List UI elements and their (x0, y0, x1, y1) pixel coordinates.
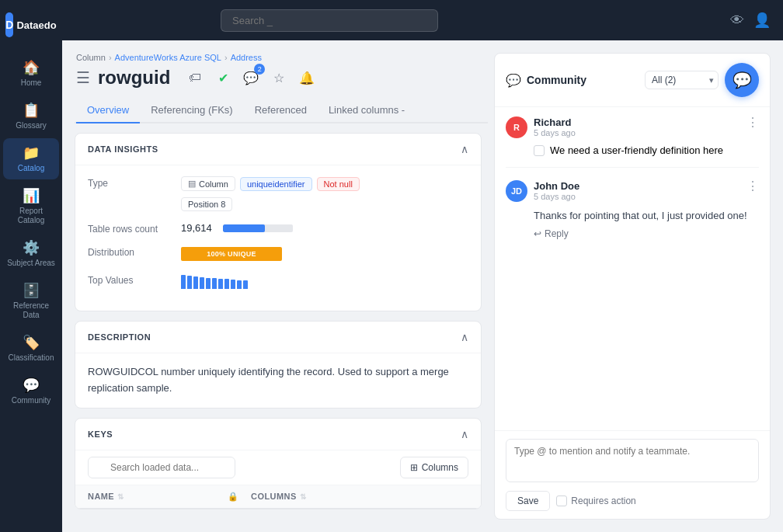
main-area: 👁 👤 Column › AdventureWorks Azure SQL › … (62, 0, 783, 532)
sidebar-item-subject-areas[interactable]: ⚙️ Subject Areas (3, 233, 59, 274)
description-title: DESCRIPTION (88, 332, 151, 342)
tag-button[interactable]: 🏷 (184, 67, 206, 89)
rows-progress-bar (223, 224, 293, 232)
sidebar-item-community[interactable]: 💬 Community (3, 370, 59, 412)
distribution-value: 100% UNIQUE (181, 245, 282, 263)
keys-search-input[interactable] (88, 457, 235, 478)
comment-2-more-btn[interactable]: ⋮ (746, 180, 759, 193)
community-fab-button[interactable]: 💬 (725, 63, 759, 97)
collapse-keys-btn[interactable]: ∧ (461, 428, 468, 440)
keys-title: KEYS (88, 429, 113, 439)
fab-chat-icon: 💬 (733, 71, 752, 89)
app-logo[interactable]: D Dataedo (8, 6, 54, 50)
comment-1-checkbox-row: We need a user-friendly definition here (506, 144, 759, 156)
tv-bar-7 (218, 279, 223, 289)
tag-not-null: Not null (317, 177, 360, 191)
comment-1-checkbox-text: We need a user-friendly definition here (550, 144, 723, 156)
column-tag-icon: ▤ (188, 179, 196, 189)
topbar: 👁 👤 (62, 0, 783, 40)
community-title: 💬 Community (506, 73, 586, 88)
community-filter-select[interactable]: All (2) Unresolved Resolved (645, 71, 719, 89)
logo-icon: D (5, 12, 13, 37)
keys-toolbar: 🔍 ⊞ Columns (75, 450, 481, 485)
sidebar-item-catalog[interactable]: 📁 Catalog (3, 138, 59, 179)
save-comment-button[interactable]: Save (506, 491, 550, 511)
comment-item-2: JD John Doe 5 days ago ⋮ Thanks for poin… (506, 180, 759, 250)
collapse-description-btn[interactable]: ∧ (461, 331, 468, 343)
comment-1-author: Richard (534, 116, 740, 128)
top-values-row: Top Values (88, 273, 468, 289)
subject-areas-icon: ⚙️ (23, 239, 40, 256)
distribution-bar: 100% UNIQUE (181, 247, 282, 261)
data-insights-title: DATA INSIGHTS (88, 144, 158, 154)
sidebar-item-reference-data[interactable]: 🗄️ Reference Data (3, 276, 59, 326)
description-body: ROWGUIDCOL number uniquely identifying t… (75, 353, 481, 408)
position-value: Position 8 (181, 197, 232, 211)
comment-textarea[interactable] (506, 439, 759, 482)
sidebar-item-catalog-label: Catalog (18, 164, 44, 173)
sidebar-item-report-catalog[interactable]: 📊 Report Catalog (3, 181, 59, 231)
logo-text: Dataedo (16, 19, 56, 31)
tv-bar-5 (206, 278, 211, 289)
comment-1-avatar: R (506, 116, 527, 138)
rows-count-label: Table rows count (88, 222, 181, 235)
sidebar-item-glossary-label: Glossary (16, 121, 46, 130)
user-icon[interactable]: 👤 (753, 12, 771, 29)
tab-referenced[interactable]: Referenced (244, 98, 318, 123)
distribution-bar-label: 100% UNIQUE (207, 250, 256, 258)
comment-1-checkbox[interactable] (534, 145, 545, 156)
tab-overview[interactable]: Overview (76, 98, 140, 123)
comment-2-time: 5 days ago (534, 192, 740, 201)
tv-bar-8 (224, 279, 229, 289)
comment-2-author: John Doe (534, 180, 740, 192)
sidebar-item-glossary[interactable]: 📋 Glossary (3, 96, 59, 137)
top-values-chart (181, 273, 248, 289)
tabs: Overview Referencing (FKs) Referenced Li… (75, 98, 488, 123)
community-chat-icon: 💬 (506, 73, 521, 88)
home-icon: 🏠 (23, 59, 40, 76)
th-name: NAME ⇅ (88, 492, 228, 502)
position-row: Position 8 (181, 197, 468, 211)
collapse-data-insights-btn[interactable]: ∧ (461, 143, 468, 155)
comments-list: R Richard 5 days ago ⋮ We need a user-fr… (495, 107, 770, 430)
classification-icon: 🏷️ (23, 334, 40, 351)
search-input[interactable] (221, 9, 438, 32)
tv-bar-9 (231, 280, 235, 289)
comment-1-more-btn[interactable]: ⋮ (746, 116, 759, 129)
eye-icon[interactable]: 👁 (730, 12, 744, 29)
catalog-icon: 📁 (23, 144, 40, 162)
requires-action-checkbox[interactable] (556, 495, 567, 506)
reply-button[interactable]: ↩ Reply (506, 228, 569, 239)
sort-name-icon[interactable]: ⇅ (117, 492, 124, 501)
breadcrumb-table[interactable]: Address (231, 53, 262, 62)
topbar-right: 👁 👤 (730, 12, 771, 29)
tv-bar-4 (200, 277, 204, 289)
rows-count-number: 19,614 (181, 222, 212, 234)
sidebar-item-classification[interactable]: 🏷️ Classification (3, 328, 59, 369)
comment-1-meta: Richard 5 days ago (534, 116, 740, 137)
columns-button[interactable]: ⊞ Columns (400, 457, 468, 478)
bell-button[interactable]: 🔔 (296, 67, 318, 89)
requires-action: Requires action (556, 495, 635, 506)
keys-table-header: NAME ⇅ 🔒 COLUMNS ⇅ (75, 485, 481, 509)
description-header: DESCRIPTION ∧ (75, 322, 481, 353)
page-header: ☰ rowguid 🏷 ✔ 💬 2 ☆ 🔔 (75, 67, 488, 89)
sidebar-item-community-label: Community (12, 396, 51, 405)
comments-badge-btn[interactable]: 💬 2 (240, 67, 262, 89)
tag-position: Position 8 (181, 197, 232, 211)
comment-1-time: 5 days ago (534, 128, 740, 137)
breadcrumb-sep-1: › (109, 53, 112, 62)
tab-referencing[interactable]: Referencing (FKs) (140, 98, 243, 123)
data-insights-card: DATA INSIGHTS ∧ Type ▤ Column uniqueiden… (75, 133, 482, 311)
rows-count-row: Table rows count 19,614 (88, 222, 468, 235)
sidebar-item-home[interactable]: 🏠 Home (3, 53, 59, 94)
tab-linked-columns[interactable]: Linked columns - (318, 98, 416, 123)
check-button[interactable]: ✔ (212, 67, 234, 89)
comment-2-avatar: JD (506, 180, 527, 202)
type-label: Type (88, 176, 181, 189)
requires-action-label: Requires action (571, 495, 635, 506)
breadcrumb-db[interactable]: AdventureWorks Azure SQL (115, 53, 221, 62)
sidebar-item-home-label: Home (21, 78, 42, 88)
sort-columns-icon[interactable]: ⇅ (300, 492, 306, 501)
star-button[interactable]: ☆ (268, 67, 290, 89)
